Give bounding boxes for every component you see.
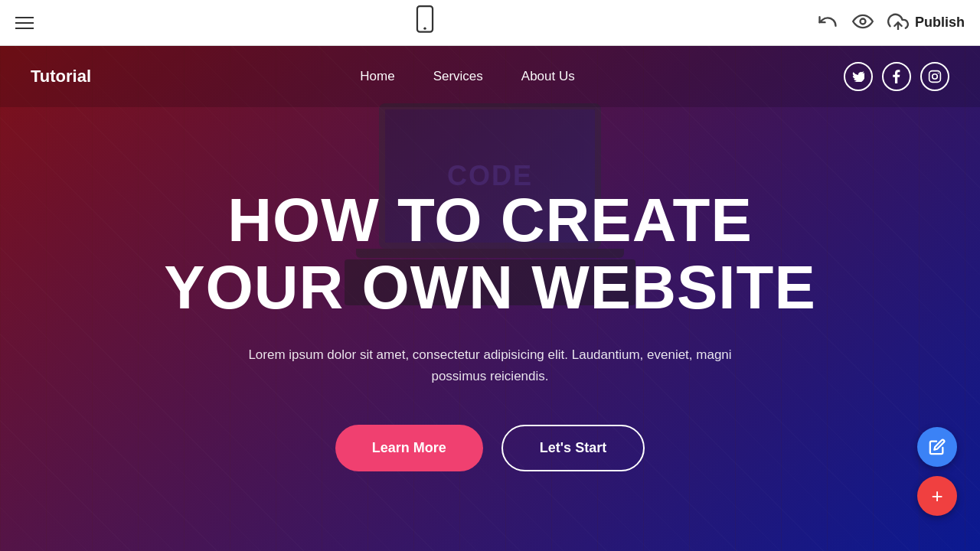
hero-content: HOW TO CREATE YOUR OWN WEBSITE Lorem ips… [164,126,816,471]
toolbar: Publish [0,0,980,46]
fab-plus-button[interactable]: + [917,476,957,516]
undo-button[interactable] [817,11,838,35]
site-preview: CODE Tutorial Home Services About Us [0,46,980,551]
svg-point-2 [860,18,865,24]
publish-label: Publish [915,15,965,31]
svg-rect-4 [929,71,941,83]
lets-start-button[interactable]: Let's Start [501,425,645,471]
toolbar-center [414,5,436,40]
svg-point-5 [933,74,938,80]
cloud-upload-icon [887,11,909,34]
instagram-link[interactable] [920,62,949,91]
hero-subtitle: Lorem ipsum dolor sit amet, consectetur … [222,344,758,386]
site-nav-links: Home Services About Us [360,69,574,84]
twitter-link[interactable] [844,62,873,91]
fab-pencil-button[interactable] [917,427,957,467]
svg-point-6 [938,73,939,74]
hero-buttons: Learn More Let's Start [164,425,816,471]
learn-more-button[interactable]: Learn More [335,425,483,471]
nav-link-about[interactable]: About Us [521,69,575,84]
toolbar-right: Publish [817,11,965,35]
facebook-link[interactable] [882,62,911,91]
nav-link-home[interactable]: Home [360,69,394,84]
hero-title-line2: YOUR OWN WEBSITE [164,253,816,321]
site-logo: Tutorial [31,67,91,86]
hamburger-menu-button[interactable] [15,17,34,29]
hero-title-line1: HOW TO CREATE [227,186,753,254]
site-nav: Tutorial Home Services About Us [0,46,980,107]
plus-icon: + [931,486,942,506]
hero-title: HOW TO CREATE YOUR OWN WEBSITE [164,187,816,321]
mobile-preview-icon[interactable] [414,5,436,40]
nav-link-services[interactable]: Services [433,69,483,84]
site-social-icons [844,62,949,91]
publish-button[interactable]: Publish [887,11,965,34]
eye-button[interactable] [852,13,874,33]
toolbar-left [15,17,34,29]
